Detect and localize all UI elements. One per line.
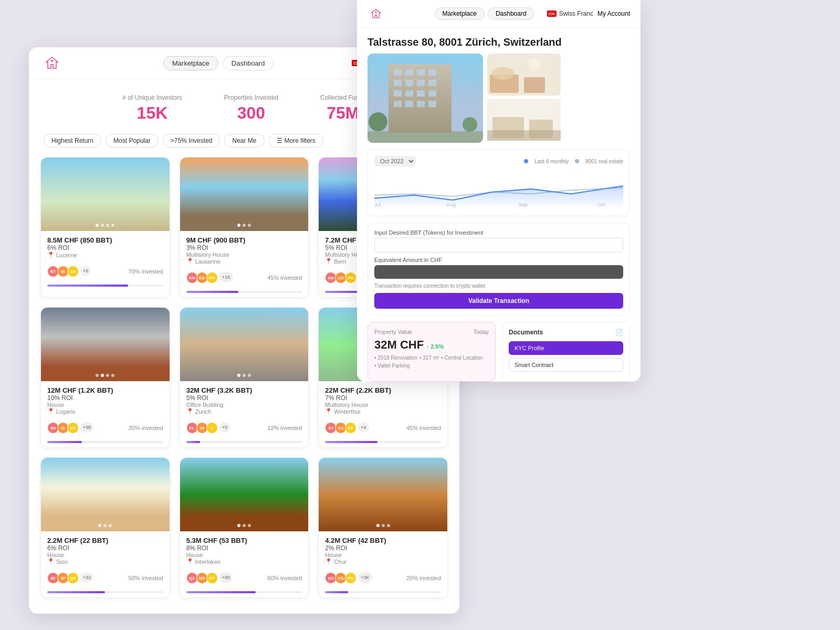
token-input[interactable]: [374, 238, 623, 253]
card-price: 12M CHF (1.2K BBT): [47, 386, 163, 394]
chart-header: Oct 2022 Last 6 monthly 8001 real estate: [374, 156, 623, 166]
card-dot: [111, 374, 114, 377]
svg-text:Aug: Aug: [446, 202, 456, 207]
avatar: PO: [345, 572, 356, 584]
svg-point-0: [51, 60, 53, 62]
card-dots: [98, 524, 112, 527]
invested-info: 60% invested: [267, 575, 302, 581]
card-location: 📍Lugano: [47, 408, 163, 415]
card-body: 5.3M CHF (53 BBT) 8% ROI House 📍Interlak…: [180, 531, 309, 570]
card-dot: [103, 524, 107, 527]
avatar-group: WIISKO+98: [47, 422, 93, 434]
card-price: 32M CHF (3.2K BBT): [186, 386, 302, 394]
detail-dashboard-btn[interactable]: Dashboard: [488, 7, 534, 20]
filter-near-me[interactable]: Near Me: [224, 134, 264, 148]
detail-navbar: Marketplace Dashboard CH Swiss Franc My …: [357, 0, 640, 28]
validate-btn[interactable]: Validate Transaction: [374, 293, 623, 309]
property-card[interactable]: 32M CHF (3.2K BBT) 5% ROI Office Buildin…: [180, 307, 309, 448]
location-pin-icon: 📍: [47, 408, 55, 415]
card-dot: [237, 224, 240, 227]
card-roi: 7% ROI: [325, 394, 441, 402]
detail-marketplace-btn[interactable]: Marketplace: [435, 7, 485, 20]
invest-form: Input Desired BBT (Tokens) for Investmen…: [368, 223, 630, 316]
card-dots: [96, 374, 114, 377]
card-price: 2.2M CHF (22 BBT): [47, 537, 163, 544]
card-type: Multistory House: [325, 402, 441, 408]
detail-panel: Marketplace Dashboard CH Swiss Franc My …: [357, 0, 640, 382]
invested-info: 12% invested: [267, 425, 302, 431]
card-dot: [248, 524, 251, 527]
documents-icon: 📄: [615, 329, 623, 336]
invested-info: 30% invested: [129, 425, 163, 431]
card-body: 32M CHF (3.2K BBT) 5% ROI Office Buildin…: [180, 381, 309, 420]
more-investors: +90: [219, 572, 233, 583]
marketplace-nav-btn[interactable]: Marketplace: [163, 56, 218, 70]
svg-rect-10: [417, 80, 425, 86]
card-type: House: [325, 552, 441, 558]
card-body: 12M CHF (1.2K BBT) 10% ROI House 📍Lugano: [41, 381, 170, 420]
svg-text:Jul: Jul: [374, 202, 381, 207]
stat-properties-invested: Properties Invested 300: [224, 94, 278, 123]
card-dot: [101, 224, 104, 227]
avatar-group: KLDIU+9: [186, 422, 230, 434]
property-card[interactable]: 9M CHF (900 BBT) 3% ROI Multistory House…: [180, 157, 309, 298]
property-value-panel: Property Value Today 32M CHF ↑ 2.5% • 20…: [368, 322, 496, 382]
detail-currency[interactable]: CH Swiss Franc: [547, 10, 593, 17]
card-roi: 6% ROI: [47, 244, 163, 251]
kyc-profile-btn[interactable]: KYC Profile: [509, 341, 623, 355]
dashboard-nav-btn[interactable]: Dashboard: [223, 56, 274, 70]
smart-contract-btn[interactable]: Smart Contract: [509, 358, 623, 372]
svg-rect-19: [428, 101, 436, 107]
card-footer: BIJPQS+32 50% invested: [41, 570, 170, 589]
card-location: 📍Lausanne: [186, 258, 302, 265]
bottom-panels: Property Value Today 32M CHF ↑ 2.5% • 20…: [368, 322, 630, 382]
card-location: 📍Interlaken: [186, 558, 302, 565]
svg-rect-8: [394, 80, 402, 86]
location-pin-icon: 📍: [186, 408, 194, 415]
property-card[interactable]: 5.3M CHF (53 BBT) 8% ROI House 📍Interlak…: [180, 457, 309, 598]
property-feature: • Central Location: [441, 355, 482, 361]
filter-most-popular[interactable]: Most Popular: [106, 134, 159, 148]
property-value-header: Property Value Today: [374, 329, 489, 335]
detail-flag: CH: [547, 10, 556, 17]
card-dot: [98, 524, 101, 527]
location-pin-icon: 📍: [47, 251, 55, 258]
card-dot: [237, 524, 240, 527]
detail-currency-label: Swiss Franc: [559, 10, 593, 17]
card-type: House: [47, 552, 163, 558]
avatar-group: XYKJEF+4: [325, 422, 369, 434]
card-dot: [387, 524, 390, 527]
chart-legend: Last 6 monthly 8001 real estate: [524, 159, 623, 164]
detail-logo: [368, 5, 384, 22]
card-dots: [96, 224, 114, 227]
card-body: 22M CHF (2.2K BBT) 7% ROI Multistory Hou…: [319, 381, 447, 420]
property-card[interactable]: 12M CHF (1.2K BBT) 10% ROI House 📍Lugano…: [40, 307, 170, 448]
filter-invested[interactable]: >75% Invested: [163, 134, 220, 148]
location-pin-icon: 📍: [186, 558, 194, 565]
chf-input[interactable]: [374, 265, 623, 279]
avatar: EF: [345, 422, 356, 434]
svg-rect-9: [405, 80, 413, 86]
location-pin-icon: 📍: [325, 558, 332, 565]
card-location: 📍Zurich: [186, 408, 302, 415]
detail-account[interactable]: My Account: [597, 10, 630, 17]
svg-rect-5: [405, 69, 413, 76]
card-dots: [376, 524, 390, 527]
avatar: FD: [206, 272, 218, 284]
card-footer: XNEDFD+1K 45% invested: [180, 270, 309, 289]
filter-more[interactable]: ☰ More filters: [269, 134, 323, 148]
card-dots: [237, 524, 251, 527]
chart-svg: Jul Aug Sep Oct: [374, 171, 623, 207]
filter-highest-return[interactable]: Highest Return: [44, 134, 101, 148]
property-card[interactable]: 8.5M CHF (850 BBT) 6% ROI 📍Lucerne RTIBD…: [40, 157, 170, 298]
card-location: 📍Winterthur: [325, 408, 441, 415]
invested-info: 45% invested: [267, 275, 302, 281]
avatar: DJ: [67, 266, 79, 277]
property-card[interactable]: 2.2M CHF (22 BBT) 6% ROI House 📍Sion BIJ…: [40, 457, 170, 598]
property-card[interactable]: 4.2M CHF (42 BBT) 2% ROI House 📍Chur HJD…: [318, 457, 448, 598]
card-footer: WIISKO+98 30% invested: [41, 420, 170, 439]
chart-period-select[interactable]: Oct 2022: [374, 156, 416, 166]
card-image-wrap: [41, 158, 170, 231]
card-location: 📍Lucerne: [47, 251, 163, 258]
invested-info: 70% invested: [129, 268, 163, 275]
